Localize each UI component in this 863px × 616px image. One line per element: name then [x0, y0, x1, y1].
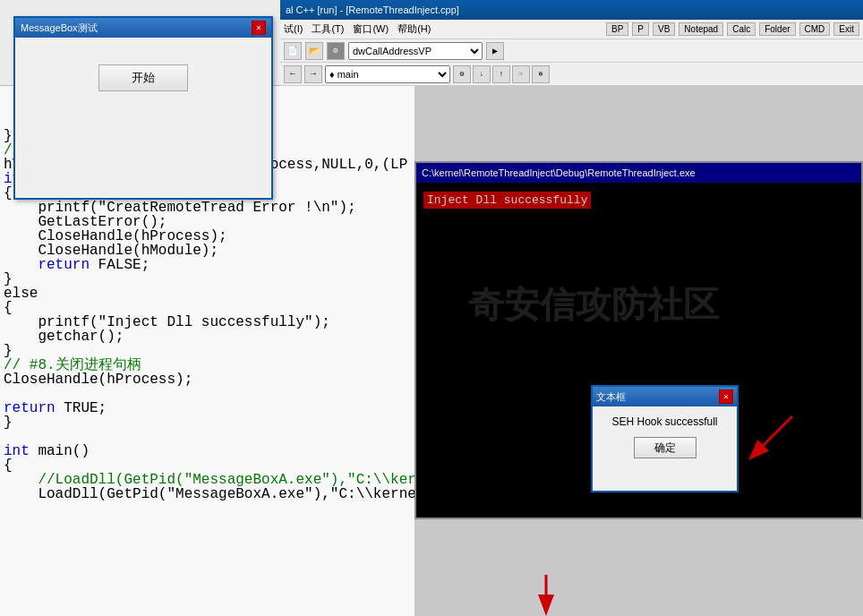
code-line: CloseHandle(hProcess);: [0, 229, 414, 244]
code-text: FALSE;: [90, 258, 150, 272]
open-icon[interactable]: 📂: [305, 42, 323, 60]
code-line: GetLastError();: [0, 215, 414, 229]
cmd-body: Inject Dll successfully: [416, 183, 861, 216]
code-text: CloseHandle(hModule);: [4, 244, 218, 258]
cmd-button[interactable]: CMD: [799, 22, 831, 36]
code-line: else: [0, 287, 414, 301]
code-text: getchar();: [4, 329, 124, 344]
textbox-title: 文本框: [596, 390, 626, 404]
code-line: {: [0, 458, 414, 473]
textbox-body: SEH Hook successfull 确定: [593, 406, 737, 467]
textbox-ok-button[interactable]: 确定: [634, 437, 696, 458]
code-text: printf("Inject Dll successfully");: [4, 315, 330, 329]
code-line: }: [0, 415, 414, 430]
code-text: {: [4, 458, 13, 473]
code-text: }: [4, 415, 13, 430]
logo-icon: ⚙: [327, 42, 345, 60]
menu-item-help[interactable]: 帮助(H): [397, 22, 431, 36]
code-text: GetLastError();: [4, 215, 167, 229]
code-text: return: [4, 401, 56, 415]
new-icon[interactable]: 📄: [284, 42, 302, 60]
menu-item-window[interactable]: 工具(T): [312, 22, 344, 36]
messagebox-close-button[interactable]: ✕: [252, 21, 266, 35]
messagebox-title: MessageBox测试: [21, 21, 98, 35]
step-icon[interactable]: ↓: [473, 65, 491, 83]
calc-button[interactable]: Calc: [727, 22, 756, 36]
cmd-titlebar: C:\kernel\RemoteThreadInject\Debug\Remot…: [416, 163, 861, 183]
code-text: [4, 258, 38, 272]
code-line: printf("CreatRemoteTread Error !\n");: [0, 201, 414, 215]
step2-icon[interactable]: !: [492, 65, 510, 83]
code-line: }: [0, 272, 414, 287]
run-icon[interactable]: ▶: [486, 42, 504, 60]
step4-icon[interactable]: ⊕: [532, 65, 550, 83]
code-text: else: [4, 287, 38, 301]
code-line: }: [0, 344, 414, 358]
menu-item-tools[interactable]: 试(I): [284, 22, 303, 36]
code-text: LoadDll(GetPid("MessageBoxA.exe"),"C:\\k…: [4, 487, 414, 501]
code-line: //LoadDll(GetPid("MessageBoxA.exe"),"C:\…: [0, 473, 414, 487]
code-line: [0, 430, 414, 444]
code-line: [0, 387, 414, 401]
notepad-button[interactable]: Notepad: [679, 22, 723, 36]
code-text: {: [4, 301, 13, 315]
code-text: main(): [38, 444, 90, 458]
messagebox-body: 开始: [15, 38, 271, 109]
code-text: {: [4, 186, 13, 201]
ide-title: al C++ [run] - [RemoteThreadInject.cpp]: [286, 4, 459, 15]
ide-menubar[interactable]: 试(I) 工具(T) 窗口(W) 帮助(H) BP P VB Notepad C…: [280, 20, 863, 39]
bp-button[interactable]: BP: [606, 22, 628, 36]
debug-icon[interactable]: ⚙: [453, 65, 471, 83]
p-button[interactable]: P: [632, 22, 649, 36]
code-text: int: [4, 444, 38, 458]
code-line: return FALSE;: [0, 258, 414, 272]
textbox-close-button[interactable]: ✕: [719, 389, 733, 404]
ide-toolbar2: ← → ♦ main ⚙ ↓ ! ☞ ⊕: [280, 63, 863, 86]
code-line: int main(): [0, 444, 414, 458]
toolbar2-icons: ⚙ ↓ ! ☞ ⊕: [453, 65, 550, 83]
exit-button[interactable]: Exit: [833, 22, 859, 36]
cmd-title: C:\kernel\RemoteThreadInject\Debug\Remot…: [422, 167, 696, 178]
code-text: //LoadDll(GetPid("MessageBoxA.exe"),"C:\…: [4, 473, 414, 487]
svg-line-1: [752, 416, 792, 457]
messagebox-titlebar: MessageBox测试 ✕: [15, 18, 271, 38]
kaishi-button[interactable]: 开始: [98, 64, 188, 91]
code-line: {: [0, 301, 414, 315]
code-text: }: [4, 344, 13, 358]
code-text: CloseHandle(hProcess);: [4, 229, 227, 244]
code-text: CloseHandle(hProcess);: [4, 372, 192, 387]
code-line: LoadDll(GetPid("MessageBoxA.exe"),"C:\\k…: [0, 487, 414, 501]
folder-button[interactable]: Folder: [759, 22, 795, 36]
code-line: return TRUE;: [0, 401, 414, 415]
fwd-icon[interactable]: →: [304, 65, 322, 83]
cmd-message: Inject Dll successfully: [423, 192, 591, 209]
red-arrow-1: [716, 412, 797, 466]
vb-button[interactable]: VB: [653, 22, 675, 36]
textbox-titlebar: 文本框 ✕: [593, 387, 737, 406]
messagebox-window: MessageBox测试 ✕ 开始: [13, 16, 273, 200]
code-text: return: [38, 258, 90, 272]
function-dropdown[interactable]: ♦ main: [325, 65, 450, 83]
menu-item-windowmenu[interactable]: 窗口(W): [353, 22, 389, 36]
code-text: printf("CreatRemoteTread Error !\n");: [4, 201, 356, 215]
ide-toolbar1: 📄 📂 ⚙ dwCallAddressVP ▶: [280, 39, 863, 63]
step3-icon[interactable]: ☞: [512, 65, 530, 83]
code-text: }: [4, 129, 13, 143]
code-line: // #8.关闭进程句柄: [0, 358, 414, 372]
back-icon[interactable]: ←: [284, 65, 302, 83]
toolbar-buttons: BP P VB Notepad Calc Folder CMD Exit: [606, 22, 859, 36]
code-line: printf("Inject Dll successfully");: [0, 315, 414, 329]
ide-titlebar: al C++ [run] - [RemoteThreadInject.cpp]: [280, 0, 863, 20]
address-dropdown[interactable]: dwCallAddressVP: [348, 42, 483, 60]
textbox-message: SEH Hook successfull: [611, 415, 717, 428]
code-text: }: [4, 272, 13, 287]
code-text: TRUE;: [56, 401, 107, 415]
code-text: // #8.关闭进程句柄: [4, 358, 141, 372]
code-line: CloseHandle(hProcess);: [0, 372, 414, 387]
code-line: CloseHandle(hModule);: [0, 244, 414, 258]
red-arrow-2: [519, 573, 573, 616]
code-line: getchar();: [0, 329, 414, 344]
